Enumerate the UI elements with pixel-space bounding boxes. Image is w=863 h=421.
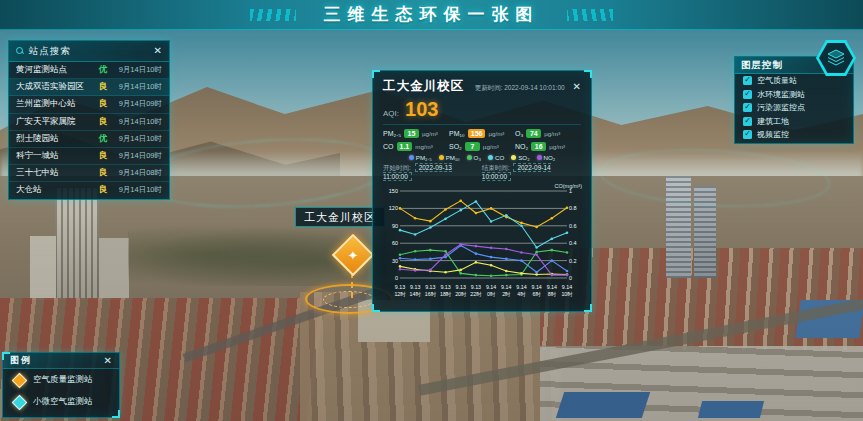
station-row[interactable]: 广安天平家属院 良 9月14日10时 — [9, 114, 169, 131]
pollutant-unit: µg/m³ — [483, 143, 499, 150]
station-time: 9月14日09时 — [112, 151, 162, 161]
station-time: 9月14日10时 — [112, 185, 162, 195]
pollutant-name: PM₁₀ — [449, 130, 465, 137]
update-time-label: 更新时间: — [475, 84, 503, 91]
station-row[interactable]: 三十七中站 良 9月14日08时 — [9, 165, 169, 182]
popup-update-time: 更新时间: 2022-09-14 10:01:00 — [464, 84, 565, 93]
station-row[interactable]: 烈士陵园站 优 9月14日10时 — [9, 131, 169, 148]
station-time: 9月14日08时 — [112, 168, 162, 178]
layer-toggle-pollution[interactable]: 污染源监控点 — [735, 101, 853, 115]
station-row-selected[interactable]: 大成双语实验园区 良 9月14日10时 — [9, 79, 169, 96]
app-root: 三维生态环保一张图 站点搜索 ✕ 黄河监测站点 优 9月14日10时 大成双语实… — [0, 0, 863, 421]
station-name: 广安天平家属院 — [16, 116, 94, 128]
station-aqi-level: 优 — [94, 133, 112, 145]
legend-entry-label: 空气质量监测站 — [33, 374, 93, 386]
legend-item[interactable]: PM₂.₅ — [409, 154, 432, 161]
legend-dot — [488, 155, 493, 160]
legend-label: PM₁₀ — [446, 154, 460, 161]
close-icon[interactable]: ✕ — [573, 82, 581, 92]
pollutant-value-badge: 16 — [531, 142, 546, 151]
legend-dot — [439, 155, 444, 160]
svg-text:0.6: 0.6 — [569, 223, 577, 229]
app-header: 三维生态环保一张图 — [0, 0, 863, 30]
header-accent-right — [567, 9, 613, 21]
legend-panel-header: 图例 ✕ — [3, 353, 119, 369]
legend-item[interactable]: O₃ — [467, 154, 481, 161]
popup-header: 工大金川校区 更新时间: 2022-09-14 10:01:00 ✕ — [383, 78, 581, 95]
station-time: 9月14日10时 — [112, 117, 162, 127]
svg-text:1: 1 — [569, 188, 572, 194]
end-time-label: 结束时间: — [482, 164, 510, 171]
checkbox-checked-icon[interactable] — [743, 103, 752, 112]
air-station-marker-icon — [12, 372, 28, 388]
close-icon[interactable]: ✕ — [154, 46, 162, 56]
station-time: 9月14日10时 — [112, 65, 162, 75]
close-icon[interactable]: ✕ — [104, 356, 112, 366]
checkbox-checked-icon[interactable] — [743, 130, 752, 139]
station-panel-title: 站点搜索 — [29, 45, 154, 58]
svg-text:2时: 2时 — [502, 291, 511, 297]
checkbox-checked-icon[interactable] — [743, 90, 752, 99]
svg-text:9.13: 9.13 — [425, 284, 435, 290]
pollutant-value-badge: 74 — [526, 129, 541, 138]
station-list-panel: 站点搜索 ✕ 黄河监测站点 优 9月14日10时 大成双语实验园区 良 9月14… — [8, 40, 170, 200]
layer-toggle-air[interactable]: 空气质量站 — [735, 74, 853, 88]
svg-text:60: 60 — [392, 240, 398, 246]
station-row[interactable]: 兰州监测中心站 良 9月14日09时 — [9, 96, 169, 113]
layer-toggle-video[interactable]: 视频监控 — [735, 128, 853, 142]
legend-item[interactable]: SO₂ — [511, 154, 529, 161]
legend-entry-label: 小微空气监测站 — [33, 396, 93, 408]
svg-text:9.14: 9.14 — [531, 284, 541, 290]
legend-item[interactable]: PM₁₀ — [439, 154, 460, 161]
micro-station-marker-icon — [12, 394, 28, 410]
svg-text:150: 150 — [389, 188, 398, 194]
svg-text:0时: 0时 — [487, 291, 496, 297]
station-name: 黄河监测站点 — [16, 64, 94, 76]
end-time-group: 结束时间: 2022-09-14 10:00:00 — [482, 164, 581, 180]
svg-text:0: 0 — [395, 275, 398, 281]
pollutant-cell: SO₂ 7 µg/m³ — [449, 142, 515, 151]
pollutant-cell: CO 1.1 mg/m³ — [383, 142, 449, 151]
checkbox-checked-icon[interactable] — [743, 117, 752, 126]
station-aqi-level: 良 — [94, 167, 112, 179]
svg-text:10时: 10时 — [561, 291, 573, 297]
pollutant-name: CO — [383, 143, 394, 150]
layer-label: 视频监控 — [757, 129, 789, 140]
legend-label: NO₂ — [544, 154, 556, 161]
station-aqi-level: 良 — [94, 81, 112, 93]
layer-toggle-water[interactable]: 水环境监测站 — [735, 88, 853, 102]
station-time: 9月14日10时 — [112, 134, 162, 144]
layer-label: 水环境监测站 — [757, 89, 805, 100]
station-name: 烈士陵园站 — [16, 133, 94, 145]
svg-text:8时: 8时 — [548, 291, 557, 297]
corner-accent — [584, 304, 592, 312]
pollutant-grid: PM₂.₅ 15 µg/m³ PM₁₀ 156 µg/m³ O₃ 74 µg/m… — [383, 129, 581, 151]
legend-dot — [511, 155, 516, 160]
station-aqi-level: 良 — [94, 116, 112, 128]
svg-text:9.14: 9.14 — [486, 284, 496, 290]
station-row[interactable]: 科宁一城站 良 9月14日09时 — [9, 148, 169, 165]
station-aqi-level: 优 — [94, 64, 112, 76]
legend-label: O₃ — [474, 154, 481, 161]
layers-hexagon-button[interactable] — [816, 40, 856, 76]
corner-accent — [2, 352, 10, 360]
layer-panel-title: 图层控制 — [741, 59, 825, 72]
pollutant-value-badge: 15 — [404, 129, 419, 138]
legend-item[interactable]: CO — [488, 154, 504, 161]
pollutant-cell: O₃ 74 µg/m³ — [515, 129, 581, 138]
station-row[interactable]: 大仓站 良 9月14日10时 — [9, 182, 169, 199]
checkbox-checked-icon[interactable] — [743, 76, 752, 85]
legend-item[interactable]: NO₂ — [537, 154, 556, 161]
start-time-label: 开始时间: — [383, 164, 411, 171]
marker-glyph: ✦ — [348, 248, 359, 263]
layer-toggle-construction[interactable]: 建筑工地 — [735, 115, 853, 129]
legend-label: CO — [495, 154, 504, 161]
pollutant-cell: PM₁₀ 156 µg/m³ — [449, 129, 515, 138]
aqi-value: 103 — [405, 98, 438, 121]
start-time-group: 开始时间: 2022-09-13 11:00:00 — [383, 164, 482, 180]
popup-title: 工大金川校区 — [383, 78, 464, 95]
pollutant-name: O₃ — [515, 130, 523, 137]
station-row[interactable]: 黄河监测站点 优 9月14日10时 — [9, 62, 169, 79]
station-time: 9月14日09时 — [112, 99, 162, 109]
legend-dot — [409, 155, 414, 160]
